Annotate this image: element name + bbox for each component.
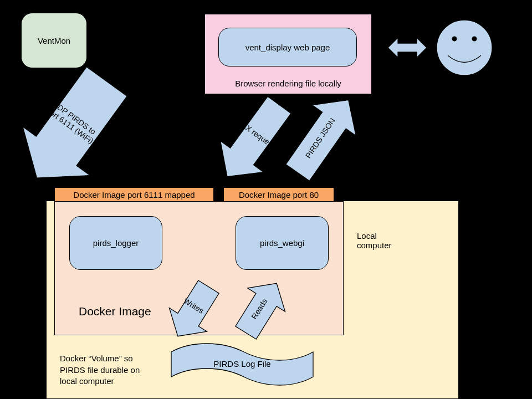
pirds-webgi-node: pirds_webgi	[236, 216, 329, 270]
pirds-json-arrow-icon	[276, 85, 370, 188]
port-80-label: Docker Image port 80	[239, 190, 319, 200]
udp-arrow-label: UDP PIRDS to port 6111 (WiFi)	[45, 99, 100, 146]
ajax-arrow-label: AJAX requests	[233, 115, 279, 152]
svg-point-1	[452, 37, 457, 42]
user-smiley-icon	[437, 20, 492, 75]
volume-note: Docker “Volume” so PIRDS file durable on…	[60, 342, 171, 387]
vent-display-label: vent_display web page	[245, 43, 330, 52]
port-6111-label: Docker Image port 6111 mapped	[73, 190, 195, 200]
udp-arrow-icon	[3, 57, 141, 202]
browser-user-arrow-icon	[388, 38, 427, 58]
docker-image-label: Docker Image	[79, 305, 151, 318]
svg-point-2	[472, 37, 477, 42]
port-80-tab: Docker Image port 80	[223, 187, 334, 202]
pirds-webgi-label: pirds_webgi	[260, 238, 304, 248]
svg-point-0	[437, 20, 492, 75]
pirds-json-arrow-label: PIRDS JSON	[304, 116, 337, 160]
ventmon-label: VentMon	[38, 36, 70, 45]
pirds-logger-label: pirds_logger	[93, 238, 139, 248]
ventmon-node: VentMon	[21, 13, 87, 68]
port-6111-tab: Docker Image port 6111 mapped	[54, 187, 214, 202]
local-computer-label: Local computer	[357, 222, 401, 250]
pirds-logger-node: pirds_logger	[69, 216, 162, 270]
vent-display-node: vent_display web page	[218, 28, 357, 66]
browser-caption: Browser rendering file locally	[235, 79, 341, 88]
ajax-arrow-icon	[206, 89, 301, 192]
